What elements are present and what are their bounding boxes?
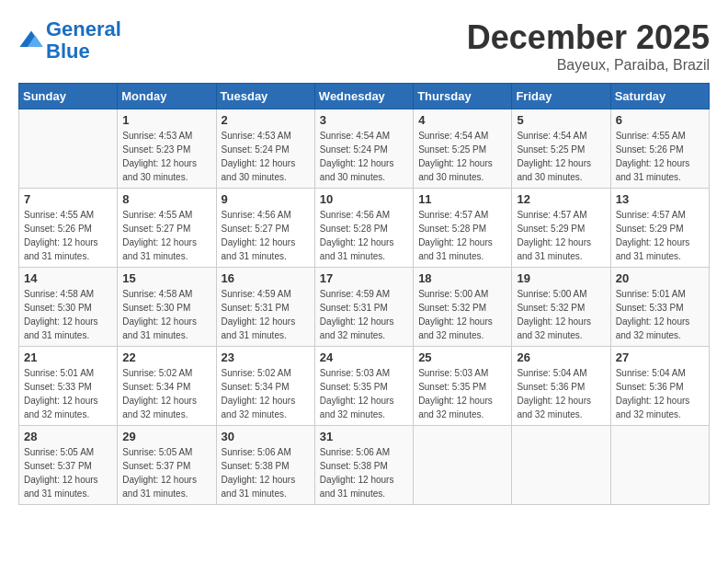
day-number: 19 (517, 271, 605, 285)
day-info: Sunrise: 4:57 AM Sunset: 5:29 PM Dayligh… (517, 208, 605, 263)
day-number: 1 (122, 113, 210, 127)
day-info: Sunrise: 5:02 AM Sunset: 5:34 PM Dayligh… (222, 366, 310, 421)
day-info: Sunrise: 5:06 AM Sunset: 5:38 PM Dayligh… (320, 445, 408, 500)
day-info: Sunrise: 5:03 AM Sunset: 5:35 PM Dayligh… (320, 366, 408, 421)
location-subtitle: Bayeux, Paraiba, Brazil (467, 57, 710, 74)
day-info: Sunrise: 5:00 AM Sunset: 5:32 PM Dayligh… (418, 287, 506, 342)
day-cell: 22Sunrise: 5:02 AM Sunset: 5:34 PM Dayli… (118, 347, 216, 426)
day-cell: 23Sunrise: 5:02 AM Sunset: 5:34 PM Dayli… (216, 347, 314, 426)
title-block: December 2025 Bayeux, Paraiba, Brazil (467, 18, 710, 74)
day-cell: 16Sunrise: 4:59 AM Sunset: 5:31 PM Dayli… (216, 268, 314, 347)
day-cell (19, 109, 118, 189)
day-number: 29 (122, 430, 210, 443)
day-number: 3 (320, 113, 408, 127)
day-cell: 11Sunrise: 4:57 AM Sunset: 5:28 PM Dayli… (414, 189, 512, 268)
day-number: 24 (320, 350, 408, 364)
day-number: 5 (517, 113, 605, 127)
col-header-sunday: Sunday (19, 84, 118, 109)
day-info: Sunrise: 4:59 AM Sunset: 5:31 PM Dayligh… (222, 287, 310, 342)
col-header-friday: Friday (512, 84, 610, 109)
day-number: 8 (122, 192, 210, 206)
day-cell: 29Sunrise: 5:05 AM Sunset: 5:37 PM Dayli… (118, 426, 216, 505)
week-row-4: 21Sunrise: 5:01 AM Sunset: 5:33 PM Dayli… (19, 347, 710, 426)
day-number: 22 (122, 350, 210, 364)
week-row-1: 1Sunrise: 4:53 AM Sunset: 5:23 PM Daylig… (19, 109, 710, 189)
day-cell: 5Sunrise: 4:54 AM Sunset: 5:25 PM Daylig… (512, 109, 610, 189)
day-info: Sunrise: 4:57 AM Sunset: 5:28 PM Dayligh… (418, 208, 506, 263)
day-cell: 25Sunrise: 5:03 AM Sunset: 5:35 PM Dayli… (414, 347, 512, 426)
day-cell (610, 426, 709, 505)
day-cell: 7Sunrise: 4:55 AM Sunset: 5:26 PM Daylig… (19, 189, 118, 268)
day-cell: 31Sunrise: 5:06 AM Sunset: 5:38 PM Dayli… (314, 426, 413, 505)
day-cell: 10Sunrise: 4:56 AM Sunset: 5:28 PM Dayli… (314, 189, 413, 268)
day-number: 20 (616, 271, 704, 285)
day-number: 7 (24, 192, 112, 206)
day-info: Sunrise: 4:54 AM Sunset: 5:25 PM Dayligh… (517, 129, 605, 184)
day-info: Sunrise: 4:55 AM Sunset: 5:27 PM Dayligh… (122, 208, 210, 263)
day-cell: 15Sunrise: 4:58 AM Sunset: 5:30 PM Dayli… (118, 268, 216, 347)
day-cell: 1Sunrise: 4:53 AM Sunset: 5:23 PM Daylig… (118, 109, 216, 189)
header-row: SundayMondayTuesdayWednesdayThursdayFrid… (19, 84, 710, 109)
day-info: Sunrise: 5:05 AM Sunset: 5:37 PM Dayligh… (24, 445, 112, 500)
week-row-2: 7Sunrise: 4:55 AM Sunset: 5:26 PM Daylig… (19, 189, 710, 268)
day-cell: 17Sunrise: 4:59 AM Sunset: 5:31 PM Dayli… (314, 268, 413, 347)
day-info: Sunrise: 4:56 AM Sunset: 5:27 PM Dayligh… (222, 208, 310, 263)
day-number: 27 (616, 350, 704, 364)
day-cell: 20Sunrise: 5:01 AM Sunset: 5:33 PM Dayli… (610, 268, 709, 347)
day-info: Sunrise: 5:04 AM Sunset: 5:36 PM Dayligh… (517, 366, 605, 421)
logo: General Blue (18, 18, 121, 63)
day-cell: 6Sunrise: 4:55 AM Sunset: 5:26 PM Daylig… (610, 109, 709, 189)
page-header: General Blue December 2025 Bayeux, Parai… (18, 18, 710, 74)
day-cell: 18Sunrise: 5:00 AM Sunset: 5:32 PM Dayli… (414, 268, 512, 347)
day-number: 18 (418, 271, 506, 285)
day-cell: 30Sunrise: 5:06 AM Sunset: 5:38 PM Dayli… (216, 426, 314, 505)
col-header-thursday: Thursday (414, 84, 512, 109)
month-title: December 2025 (467, 18, 710, 57)
day-number: 6 (616, 113, 704, 127)
col-header-tuesday: Tuesday (216, 84, 314, 109)
day-cell: 13Sunrise: 4:57 AM Sunset: 5:29 PM Dayli… (610, 189, 709, 268)
day-info: Sunrise: 4:55 AM Sunset: 5:26 PM Dayligh… (616, 129, 704, 184)
day-info: Sunrise: 4:56 AM Sunset: 5:28 PM Dayligh… (320, 208, 408, 263)
week-row-3: 14Sunrise: 4:58 AM Sunset: 5:30 PM Dayli… (19, 268, 710, 347)
day-number: 31 (320, 430, 408, 443)
day-info: Sunrise: 4:58 AM Sunset: 5:30 PM Dayligh… (24, 287, 112, 342)
day-info: Sunrise: 5:06 AM Sunset: 5:38 PM Dayligh… (222, 445, 310, 500)
logo-icon (18, 28, 44, 53)
day-cell: 3Sunrise: 4:54 AM Sunset: 5:24 PM Daylig… (314, 109, 413, 189)
day-number: 11 (418, 192, 506, 206)
day-number: 13 (616, 192, 704, 206)
day-cell: 27Sunrise: 5:04 AM Sunset: 5:36 PM Dayli… (610, 347, 709, 426)
day-cell (414, 426, 512, 505)
day-number: 10 (320, 192, 408, 206)
day-cell: 28Sunrise: 5:05 AM Sunset: 5:37 PM Dayli… (19, 426, 118, 505)
day-cell: 2Sunrise: 4:53 AM Sunset: 5:24 PM Daylig… (216, 109, 314, 189)
calendar-table: SundayMondayTuesdayWednesdayThursdayFrid… (18, 83, 710, 505)
day-number: 9 (222, 192, 310, 206)
col-header-wednesday: Wednesday (314, 84, 413, 109)
day-info: Sunrise: 5:03 AM Sunset: 5:35 PM Dayligh… (418, 366, 506, 421)
day-info: Sunrise: 5:00 AM Sunset: 5:32 PM Dayligh… (517, 287, 605, 342)
day-info: Sunrise: 4:59 AM Sunset: 5:31 PM Dayligh… (320, 287, 408, 342)
day-cell: 14Sunrise: 4:58 AM Sunset: 5:30 PM Dayli… (19, 268, 118, 347)
day-cell: 19Sunrise: 5:00 AM Sunset: 5:32 PM Dayli… (512, 268, 610, 347)
day-cell: 21Sunrise: 5:01 AM Sunset: 5:33 PM Dayli… (19, 347, 118, 426)
day-number: 17 (320, 271, 408, 285)
logo-blue: Blue (46, 40, 90, 63)
day-number: 12 (517, 192, 605, 206)
day-cell: 12Sunrise: 4:57 AM Sunset: 5:29 PM Dayli… (512, 189, 610, 268)
day-info: Sunrise: 4:53 AM Sunset: 5:24 PM Dayligh… (222, 129, 310, 184)
day-cell (512, 426, 610, 505)
day-info: Sunrise: 4:58 AM Sunset: 5:30 PM Dayligh… (122, 287, 210, 342)
col-header-saturday: Saturday (610, 84, 709, 109)
day-number: 21 (24, 350, 112, 364)
day-number: 26 (517, 350, 605, 364)
day-info: Sunrise: 5:05 AM Sunset: 5:37 PM Dayligh… (122, 445, 210, 500)
day-info: Sunrise: 4:55 AM Sunset: 5:26 PM Dayligh… (24, 208, 112, 263)
col-header-monday: Monday (118, 84, 216, 109)
day-number: 14 (24, 271, 112, 285)
week-row-5: 28Sunrise: 5:05 AM Sunset: 5:37 PM Dayli… (19, 426, 710, 505)
day-info: Sunrise: 4:54 AM Sunset: 5:25 PM Dayligh… (418, 129, 506, 184)
day-number: 15 (122, 271, 210, 285)
day-cell: 24Sunrise: 5:03 AM Sunset: 5:35 PM Dayli… (314, 347, 413, 426)
